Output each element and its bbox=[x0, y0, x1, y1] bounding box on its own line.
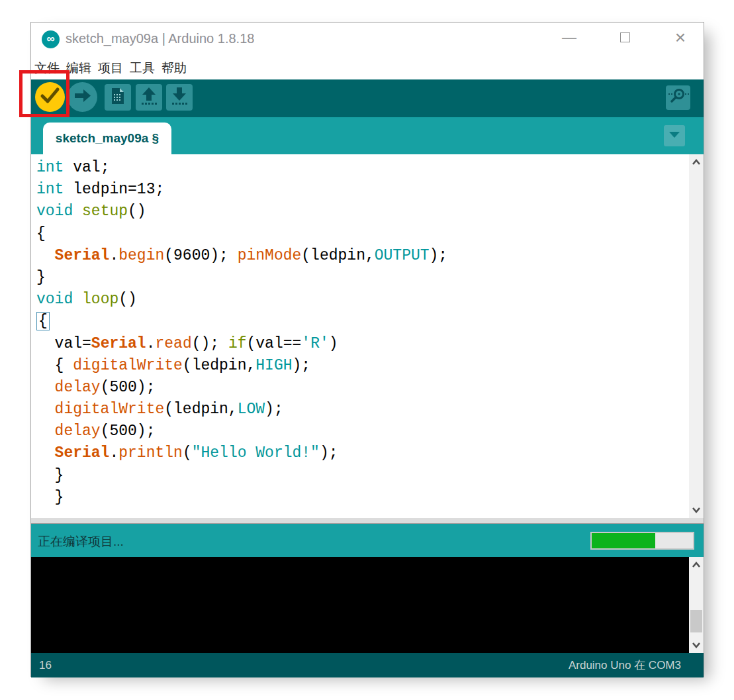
code-line[interactable]: void setup() bbox=[36, 201, 686, 223]
code-area[interactable]: int val;int ledpin=13;void setup(){ Seri… bbox=[36, 157, 686, 518]
code-line[interactable]: int ledpin=13; bbox=[36, 179, 686, 201]
tab-sketch-may09a[interactable]: sketch_may09a § bbox=[43, 123, 171, 154]
code-line[interactable]: { bbox=[36, 223, 686, 245]
status-message: 正在编译项目... bbox=[38, 533, 124, 550]
code-line[interactable]: void loop() bbox=[36, 289, 686, 311]
maximize-icon bbox=[620, 32, 630, 42]
toolbar bbox=[31, 79, 704, 117]
code-line[interactable]: digitalWrite(ledpin,LOW); bbox=[36, 399, 686, 421]
board-port-info: Arduino Uno 在 COM3 bbox=[569, 658, 681, 673]
progress-fill bbox=[592, 533, 655, 548]
arduino-logo-icon: ∞ bbox=[42, 30, 60, 48]
code-line[interactable]: } bbox=[36, 267, 686, 289]
down-arrow-icon bbox=[166, 83, 193, 112]
arduino-ide-window: ∞ sketch_may09a | Arduino 1.8.18 — × 文件 … bbox=[30, 22, 704, 677]
code-line[interactable]: { digitalWrite(ledpin,HIGH); bbox=[36, 355, 686, 377]
new-sketch-button[interactable] bbox=[105, 84, 131, 111]
open-button[interactable] bbox=[136, 84, 162, 111]
editor-console-divider[interactable] bbox=[31, 518, 704, 524]
save-button[interactable] bbox=[166, 84, 193, 111]
close-button[interactable]: × bbox=[672, 28, 689, 48]
code-line[interactable]: int val; bbox=[36, 157, 686, 179]
code-line[interactable]: { bbox=[36, 311, 686, 332]
code-line[interactable]: Serial.println("Hello World!"); bbox=[36, 442, 686, 464]
magnifier-icon bbox=[666, 84, 690, 111]
code-line[interactable]: Serial.begin(9600); pinMode(ledpin,OUTPU… bbox=[36, 245, 686, 267]
code-line[interactable]: val=Serial.read(); if(val=='R') bbox=[36, 333, 686, 355]
editor-scrollbar[interactable] bbox=[689, 154, 704, 518]
console-output bbox=[31, 557, 704, 653]
scroll-up-icon[interactable] bbox=[689, 156, 704, 169]
tab-strip: sketch_may09a § bbox=[31, 117, 704, 154]
code-line[interactable]: } bbox=[36, 487, 686, 509]
status-bar: 正在编译项目... bbox=[31, 524, 704, 557]
code-line[interactable]: delay(500); bbox=[36, 421, 686, 442]
footer-status-bar: 16 Arduino Uno 在 COM3 bbox=[31, 653, 704, 677]
scroll-up-icon[interactable] bbox=[689, 558, 704, 572]
compile-progress-bar bbox=[590, 532, 694, 550]
tab-list-button[interactable] bbox=[664, 125, 685, 146]
line-number: 16 bbox=[39, 659, 52, 672]
title-bar: ∞ sketch_may09a | Arduino 1.8.18 — × bbox=[31, 23, 704, 57]
code-line[interactable]: } bbox=[36, 465, 686, 487]
up-arrow-icon bbox=[136, 83, 162, 112]
serial-monitor-button[interactable] bbox=[666, 85, 690, 110]
scroll-down-icon[interactable] bbox=[689, 638, 704, 652]
console-scrollbar[interactable] bbox=[689, 557, 704, 653]
menu-bar: 文件 编辑 项目 工具 帮助 bbox=[31, 57, 704, 79]
menu-sketch[interactable]: 项目 bbox=[97, 60, 124, 77]
annotation-highlight-rectangle bbox=[19, 70, 69, 117]
document-icon bbox=[105, 83, 131, 112]
window-title: sketch_may09a | Arduino 1.8.18 bbox=[66, 31, 254, 46]
maximize-button[interactable] bbox=[616, 28, 633, 48]
code-editor[interactable]: int val;int ledpin=13;void setup(){ Seri… bbox=[31, 154, 704, 518]
menu-help[interactable]: 帮助 bbox=[161, 60, 187, 77]
chevron-down-icon bbox=[664, 124, 685, 148]
code-line[interactable]: delay(500); bbox=[36, 377, 686, 399]
minimize-button[interactable]: — bbox=[561, 28, 578, 48]
scroll-down-icon[interactable] bbox=[689, 503, 704, 517]
menu-edit[interactable]: 编辑 bbox=[66, 60, 92, 77]
menu-tools[interactable]: 工具 bbox=[129, 60, 156, 77]
scrollbar-thumb[interactable] bbox=[690, 610, 702, 632]
window-controls: — × bbox=[561, 28, 689, 48]
upload-button[interactable] bbox=[68, 82, 97, 112]
right-arrow-icon bbox=[68, 81, 97, 113]
